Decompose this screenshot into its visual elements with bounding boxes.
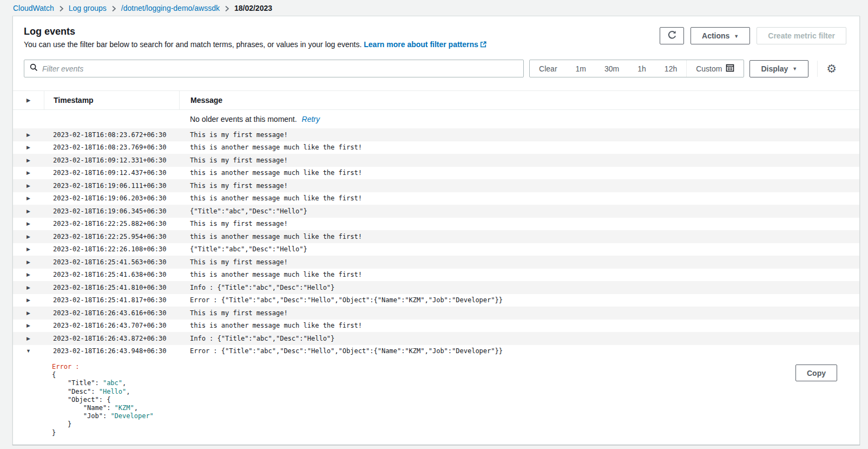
expand-row-icon[interactable]: ▶ <box>13 336 44 341</box>
chevron-right-icon <box>225 5 229 12</box>
time-range-12h[interactable]: 12h <box>655 60 686 77</box>
expanded-event-detail: Error :{ "Title": "abc", "Desc": "Hello"… <box>13 357 859 445</box>
json-line: "Name": "KZM", <box>52 404 859 412</box>
log-event-row[interactable]: ▶2023-02-18T16:25:41.810+06:30Info : {"T… <box>13 281 859 294</box>
expand-row-icon[interactable]: ▶ <box>13 272 44 277</box>
header-actions: Actions ▼ Create metric filter <box>660 27 846 44</box>
event-timestamp: 2023-02-18T16:25:41.817+06:30 <box>44 296 179 304</box>
event-message: This is my first message! <box>179 157 859 164</box>
search-icon <box>30 63 38 74</box>
log-event-row[interactable]: ▶2023-02-18T16:09:12.331+06:30This is my… <box>13 154 859 167</box>
json-line: { <box>52 371 859 379</box>
refresh-button[interactable] <box>660 27 684 44</box>
column-header-message: Message <box>179 91 859 109</box>
filter-events-input[interactable] <box>42 64 518 73</box>
time-range-1h[interactable]: 1h <box>628 60 655 77</box>
event-message: Error : {"Title":"abc","Desc":"Hello","O… <box>179 347 859 355</box>
expand-row-icon[interactable]: ▶ <box>13 310 44 316</box>
time-range-custom[interactable]: Custom <box>687 60 744 77</box>
log-event-row[interactable]: ▶2023-02-18T16:09:12.437+06:30this is an… <box>13 167 859 180</box>
event-message: this is another message much like the fi… <box>179 322 859 329</box>
event-timestamp: 2023-02-18T16:26:43.616+06:30 <box>44 309 179 317</box>
column-header-timestamp: Timestamp <box>44 91 179 109</box>
expanded-json: Error :{ "Title": "abc", "Desc": "Hello"… <box>52 363 859 437</box>
external-link-icon <box>480 40 486 50</box>
log-event-row[interactable]: ▶2023-02-18T16:22:25.882+06:30This is my… <box>13 218 859 231</box>
no-older-events-row: No older events at this moment. Retry <box>13 110 859 128</box>
expand-row-icon[interactable]: ▶ <box>13 132 44 138</box>
expand-row-icon[interactable]: ▶ <box>13 259 44 265</box>
no-older-events-text: No older events at this moment. <box>190 115 297 123</box>
json-line: "Title": "abc", <box>52 379 859 387</box>
log-event-row[interactable]: ▶2023-02-18T16:22:26.108+06:30{"Title":"… <box>13 243 859 256</box>
expand-all-arrow-icon[interactable]: ▶ <box>27 97 30 103</box>
log-event-row[interactable]: ▼2023-02-18T16:26:43.948+06:30Error : {"… <box>13 345 859 358</box>
log-event-row[interactable]: ▶2023-02-18T16:22:25.954+06:30this is an… <box>13 230 859 243</box>
event-timestamp: 2023-02-18T16:26:43.948+06:30 <box>44 347 179 355</box>
actions-button[interactable]: Actions ▼ <box>691 27 750 44</box>
display-button[interactable]: Display ▼ <box>749 60 808 77</box>
expand-row-icon[interactable]: ▶ <box>13 285 44 290</box>
page-description: You can use the filter bar below to sear… <box>24 39 486 50</box>
event-message: This is my first message! <box>179 131 859 139</box>
expand-row-icon[interactable]: ▶ <box>13 196 44 201</box>
caret-down-icon: ▼ <box>734 34 739 39</box>
log-event-row[interactable]: ▶2023-02-18T16:19:06.111+06:30This is my… <box>13 179 859 192</box>
time-range-clear[interactable]: Clear <box>530 60 566 77</box>
chevron-right-icon <box>111 5 116 12</box>
log-event-row[interactable]: ▶2023-02-18T16:25:41.638+06:30this is an… <box>13 269 859 282</box>
event-message: Info : {"Title":"abc","Desc":"Hello"} <box>179 284 859 291</box>
expand-row-icon[interactable]: ▶ <box>13 183 44 188</box>
time-range-30m[interactable]: 30m <box>595 60 628 77</box>
expand-row-icon[interactable]: ▶ <box>13 246 44 252</box>
event-timestamp: 2023-02-18T16:22:25.882+06:30 <box>44 220 179 227</box>
caret-down-icon: ▼ <box>792 67 797 71</box>
log-rows: ▶2023-02-18T16:08:23.672+06:30This is my… <box>13 128 859 357</box>
expand-row-icon[interactable]: ▶ <box>13 234 44 239</box>
breadcrumb-cloudwatch[interactable]: CloudWatch <box>13 4 54 12</box>
event-message: this is another message much like the fi… <box>179 144 859 151</box>
log-event-row[interactable]: ▶2023-02-18T16:08:23.769+06:30this is an… <box>13 141 859 154</box>
expand-row-icon[interactable]: ▶ <box>13 209 44 214</box>
expand-row-icon[interactable]: ▶ <box>13 145 44 150</box>
learn-more-link[interactable]: Learn more about filter patterns <box>364 40 478 49</box>
collapse-row-icon[interactable]: ▼ <box>13 348 44 354</box>
refresh-icon <box>667 30 677 42</box>
event-timestamp: 2023-02-18T16:08:23.769+06:30 <box>44 144 179 151</box>
expand-row-icon[interactable]: ▶ <box>13 297 44 303</box>
panel-header-text: Log events You can use the filter bar be… <box>24 25 486 50</box>
breadcrumb-log-group-name[interactable]: /dotnet/logging-demo/awssdk <box>121 4 220 12</box>
expand-row-icon[interactable]: ▶ <box>13 170 44 175</box>
table-header: ▶ Timestamp Message <box>13 90 859 110</box>
time-range-1m[interactable]: 1m <box>567 60 595 77</box>
json-line: "Desc": "Hello", <box>52 388 859 396</box>
display-button-label: Display <box>761 64 788 73</box>
breadcrumb-log-groups[interactable]: Log groups <box>69 4 107 12</box>
log-event-row[interactable]: ▶2023-02-18T16:08:23.672+06:30This is my… <box>13 128 859 141</box>
expand-row-icon[interactable]: ▶ <box>13 323 44 328</box>
event-timestamp: 2023-02-18T16:22:25.954+06:30 <box>44 233 179 240</box>
event-message: this is another message much like the fi… <box>179 194 859 202</box>
copy-button[interactable]: Copy <box>795 365 837 381</box>
event-timestamp: 2023-02-18T16:22:26.108+06:30 <box>44 245 179 253</box>
breadcrumb: CloudWatch Log groups /dotnet/logging-de… <box>0 0 868 16</box>
log-event-row[interactable]: ▶2023-02-18T16:19:06.203+06:30this is an… <box>13 192 859 205</box>
expand-row-icon[interactable]: ▶ <box>13 221 44 226</box>
log-event-row[interactable]: ▶2023-02-18T16:25:41.563+06:30This is my… <box>13 256 859 269</box>
event-timestamp: 2023-02-18T16:08:23.672+06:30 <box>44 131 179 139</box>
log-event-row[interactable]: ▶2023-02-18T16:19:06.345+06:30{"Title":"… <box>13 205 859 218</box>
log-event-row[interactable]: ▶2023-02-18T16:26:43.707+06:30this is an… <box>13 320 859 333</box>
log-event-row[interactable]: ▶2023-02-18T16:26:43.872+06:30Info : {"T… <box>13 332 859 345</box>
divider <box>817 61 818 77</box>
event-message: {"Title":"abc","Desc":"Hello"} <box>179 207 859 215</box>
create-metric-filter-button[interactable]: Create metric filter <box>757 27 846 44</box>
expand-row-icon[interactable]: ▶ <box>13 158 44 163</box>
event-message: This is my first message! <box>179 309 859 317</box>
filter-events-searchbox[interactable] <box>24 60 524 77</box>
actions-button-label: Actions <box>702 31 729 40</box>
log-event-row[interactable]: ▶2023-02-18T16:25:41.817+06:30Error : {"… <box>13 294 859 307</box>
retry-link[interactable]: Retry <box>302 115 320 123</box>
gear-icon[interactable]: ⚙ <box>826 63 837 74</box>
event-timestamp: 2023-02-18T16:25:41.638+06:30 <box>44 271 179 278</box>
log-event-row[interactable]: ▶2023-02-18T16:26:43.616+06:30This is my… <box>13 307 859 320</box>
